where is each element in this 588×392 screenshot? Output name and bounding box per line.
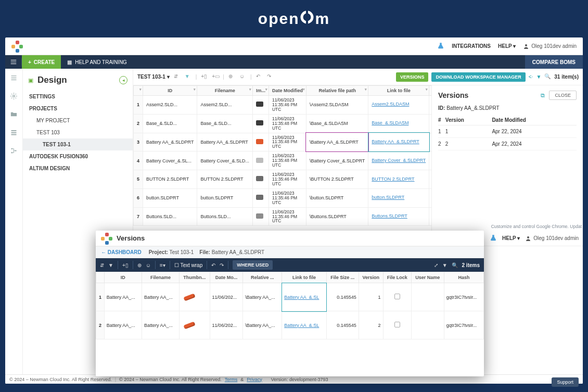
filter-icon[interactable]: ▼	[536, 74, 541, 80]
hierarchy-icon[interactable]: ⇵	[174, 73, 181, 80]
nav-bar: + CREATE ▦ HELP AND TRAINING COMPARE BOM…	[5, 55, 583, 69]
add-col-icon[interactable]: +▯	[201, 73, 208, 80]
redo-icon[interactable]: ↷	[267, 73, 274, 80]
col-header[interactable]: Relative ...	[243, 272, 282, 283]
help-training-link[interactable]: ▦ HELP AND TRAINING	[61, 59, 133, 65]
col-header[interactable]: Im...▾	[252, 86, 269, 96]
col-header[interactable]: Link to file▾	[368, 86, 429, 96]
table-row[interactable]: 6button.SLDPRTbutton.SLDPRT11/06/2023 11…	[134, 188, 432, 207]
version-row[interactable]: 2 2 Apr 22, 2024	[438, 138, 577, 150]
user-chip-2[interactable]: Oleg 101dev admin	[525, 235, 579, 242]
sidebar-projects[interactable]: PROJECTS	[23, 103, 133, 115]
overflow-topbar: HELP Oleg 101dev admin	[481, 231, 583, 246]
textwrap-toggle[interactable]: ☐ Text wrap	[174, 262, 202, 268]
redo-icon[interactable]: ↷	[220, 262, 224, 268]
collapse-sidebar-icon[interactable]: ◂	[119, 76, 127, 84]
open-external-icon[interactable]: ⧉	[541, 92, 545, 99]
funnel-icon[interactable]: ▼	[108, 262, 113, 268]
support-button[interactable]: Support	[552, 377, 579, 387]
version-row[interactable]: 1 1 Apr 22, 2024	[438, 125, 577, 138]
col-header[interactable]: Hash	[444, 272, 483, 283]
add-col-icon[interactable]: +▯	[122, 262, 129, 268]
hamburger-icon[interactable]	[5, 58, 22, 66]
col-header[interactable]: User Name	[411, 272, 444, 283]
sidebar-item-test103-1[interactable]: TEST 103-1	[23, 138, 133, 150]
expand-icon[interactable]: ⤢	[434, 262, 438, 268]
align-icon[interactable]: ≡▾	[160, 262, 165, 268]
col-header[interactable]: File Lock	[383, 272, 411, 283]
user-chip[interactable]: Oleg 101dev admin	[523, 43, 577, 49]
sidebar-item-test103[interactable]: TEST 103	[23, 127, 133, 138]
col-header[interactable]: Filename	[142, 272, 179, 283]
flask-icon[interactable]	[490, 234, 497, 243]
col-header[interactable]: Link to file	[282, 272, 327, 283]
plus-circle-icon[interactable]: ⊕	[228, 73, 235, 80]
sidebar-autodesk[interactable]: AUTODESK FUSION360	[23, 150, 133, 162]
dashboard-link[interactable]: ← DASHBOARD	[101, 249, 142, 255]
table-row[interactable]: 7Buttons.SLD...Buttons.SLD...11/06/2023 …	[134, 207, 432, 226]
footer-privacy[interactable]: Privacy	[247, 377, 262, 382]
smile-icon[interactable]: ☺	[239, 73, 246, 80]
plus-circle-icon[interactable]: ⊕	[137, 262, 142, 268]
col-header[interactable]: Thumbn...	[180, 272, 210, 283]
undo-icon[interactable]: ↶	[211, 262, 215, 268]
svg-point-10	[15, 150, 17, 151]
col-header[interactable]: Filename▾	[197, 86, 253, 96]
table-row[interactable]: 2Base_&.SLD...Base_&.SLD...11/06/2023 11…	[134, 114, 432, 133]
win2-grid[interactable]: IDFilenameThumbn...Date Mo...Relative ..…	[96, 272, 484, 339]
funnel-icon[interactable]: ▼	[185, 73, 191, 80]
col-header[interactable]: ▾	[134, 86, 143, 96]
footer-terms[interactable]: Terms	[225, 377, 238, 382]
table-row[interactable]: 4Battery Cover_&.SL...Battery Cover_&.SL…	[134, 151, 432, 170]
col-header[interactable]: Version	[359, 272, 383, 283]
svg-point-4	[13, 95, 15, 97]
versions-button[interactable]: VERSIONS	[396, 72, 429, 82]
rail-tree-icon[interactable]	[10, 147, 18, 156]
table-row[interactable]: 1Assem2.SLD...Assem2.SLD...11/06/2023 11…	[134, 96, 432, 115]
download-manager-button[interactable]: DOWNLOAD WORKSPACE MANAGER	[431, 72, 525, 82]
close-button[interactable]: CLOSE	[549, 91, 577, 100]
file-lock-checkbox[interactable]	[394, 294, 400, 299]
col-header[interactable]: Date Modified▾	[269, 86, 306, 96]
file-lock-checkbox[interactable]	[394, 322, 400, 327]
svg-rect-6	[11, 132, 17, 133]
svg-point-8	[11, 148, 13, 150]
share-icon[interactable]: <·	[529, 74, 533, 80]
rail-list-icon[interactable]	[10, 129, 18, 137]
integrations-link[interactable]: INTEGRATIONS	[452, 43, 491, 49]
flask-icon[interactable]	[437, 42, 444, 50]
sidebar-item-myproject[interactable]: MY PROJECT	[23, 115, 133, 127]
where-used-button[interactable]: WHERE USED	[233, 260, 273, 270]
rail-sliders-icon[interactable]	[10, 74, 18, 83]
table-row[interactable]: 5BUTTON 2.SLDPRTBUTTON 2.SLDPRT11/06/202…	[134, 170, 432, 189]
rail-gear-icon[interactable]	[10, 92, 18, 101]
help-dropdown-2[interactable]: HELP	[502, 235, 520, 241]
col-header[interactable]	[96, 272, 105, 283]
help-dropdown[interactable]: HELP	[498, 43, 516, 49]
table-row[interactable]: 1Battery AA_...Battery AA_...11/06/202..…	[96, 283, 484, 311]
filter-icon[interactable]: ▼	[442, 262, 448, 268]
svg-rect-2	[306, 21, 308, 24]
sidebar-altium[interactable]: ALTIUM DESIGN	[23, 162, 133, 174]
col-header[interactable]: File Size ...	[326, 272, 359, 283]
search-icon[interactable]: 🔍	[544, 73, 551, 80]
left-rail	[5, 69, 23, 374]
undo-icon[interactable]: ↶	[256, 73, 263, 80]
col-header[interactable]: Relative file path▾	[306, 86, 368, 96]
sidebar-settings[interactable]: SETTINGS	[23, 91, 133, 103]
col-header[interactable]: Date Mo...	[210, 272, 243, 283]
table-row[interactable]: 3Battery AA_&.SLDPRTBattery AA_&.SLDPRT1…	[134, 133, 432, 151]
create-button[interactable]: + CREATE	[22, 55, 61, 69]
smile-icon[interactable]: ☺	[146, 262, 151, 268]
compare-boms-button[interactable]: COMPARE BOMS	[525, 55, 583, 69]
search-icon[interactable]: 🔍	[452, 262, 458, 268]
add-row-icon[interactable]: +▭	[212, 73, 219, 80]
col-header[interactable]: ID	[104, 272, 142, 283]
rail-folder-icon[interactable]	[10, 110, 18, 119]
col-header[interactable]: ID▾	[143, 86, 197, 96]
hierarchy-icon[interactable]: ⇵	[100, 262, 104, 268]
breadcrumb[interactable]: TEST 103-1	[137, 74, 170, 80]
vt-col-date: Date Modified	[492, 115, 577, 125]
table-row[interactable]: 2Battery AA_...Battery AA_...11/06/202..…	[96, 311, 484, 339]
brand-o-icon	[299, 9, 315, 29]
